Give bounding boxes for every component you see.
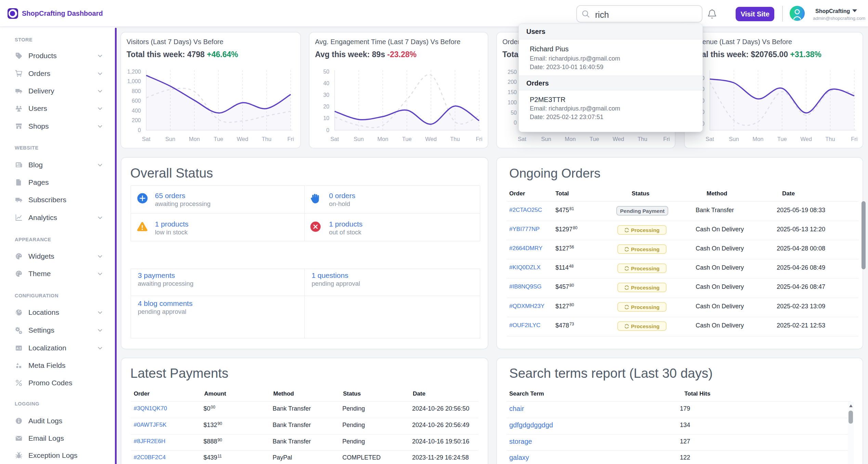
svg-text:Tue: Tue bbox=[214, 136, 223, 142]
svg-text:Wed: Wed bbox=[425, 136, 437, 142]
svg-text:Thu: Thu bbox=[450, 136, 460, 142]
svg-text:100: 100 bbox=[508, 100, 517, 105]
svg-text:0: 0 bbox=[514, 120, 517, 126]
svg-text:150: 150 bbox=[508, 89, 517, 95]
svg-text:40: 40 bbox=[323, 80, 329, 86]
svg-text:Mon: Mon bbox=[565, 136, 576, 142]
svg-text:Mon: Mon bbox=[377, 136, 388, 142]
svg-text:2: 2 bbox=[19, 346, 21, 350]
svg-text:Sat: Sat bbox=[518, 136, 526, 142]
svg-text:50: 50 bbox=[511, 110, 517, 116]
svg-text:Fri: Fri bbox=[851, 136, 857, 142]
svg-text:Sun: Sun bbox=[165, 136, 175, 142]
svg-text:Fri: Fri bbox=[663, 136, 670, 142]
svg-text:250: 250 bbox=[508, 69, 517, 75]
svg-text:Tue: Tue bbox=[777, 136, 787, 142]
svg-text:Wed: Wed bbox=[237, 136, 248, 142]
svg-text:Mon: Mon bbox=[752, 136, 763, 142]
svg-text:Sun: Sun bbox=[541, 136, 551, 142]
svg-text:30: 30 bbox=[323, 92, 329, 98]
svg-text:Tue: Tue bbox=[590, 136, 599, 142]
svg-text:Mon: Mon bbox=[189, 136, 200, 142]
svg-text:Fri: Fri bbox=[476, 136, 482, 142]
svg-text:Thu: Thu bbox=[637, 136, 647, 142]
svg-text:0: 0 bbox=[326, 127, 329, 133]
svg-text:Thu: Thu bbox=[825, 136, 835, 142]
svg-text:Tue: Tue bbox=[402, 136, 412, 142]
svg-text:200: 200 bbox=[132, 117, 141, 123]
svg-text:1,200: 1,200 bbox=[127, 69, 141, 75]
svg-text:20: 20 bbox=[323, 104, 329, 109]
svg-text:50: 50 bbox=[323, 69, 329, 75]
svg-text:200: 200 bbox=[508, 79, 517, 85]
svg-text:600: 600 bbox=[132, 98, 141, 104]
svg-text:Wed: Wed bbox=[800, 136, 812, 142]
svg-text:400: 400 bbox=[132, 108, 141, 114]
svg-text:1,000: 1,000 bbox=[127, 78, 141, 84]
svg-text:Sun: Sun bbox=[729, 136, 739, 142]
svg-text:800: 800 bbox=[132, 88, 141, 94]
svg-text:Sat: Sat bbox=[330, 136, 339, 142]
svg-text:Wed: Wed bbox=[613, 136, 624, 142]
svg-text:Thu: Thu bbox=[262, 136, 271, 142]
svg-text:A: A bbox=[16, 346, 19, 350]
svg-text:Sun: Sun bbox=[354, 136, 364, 142]
svg-text:10: 10 bbox=[323, 115, 329, 121]
svg-text:Sat: Sat bbox=[142, 136, 150, 142]
svg-text:Fri: Fri bbox=[287, 136, 294, 142]
svg-text:Sat: Sat bbox=[706, 136, 714, 142]
svg-text:0: 0 bbox=[138, 127, 141, 133]
